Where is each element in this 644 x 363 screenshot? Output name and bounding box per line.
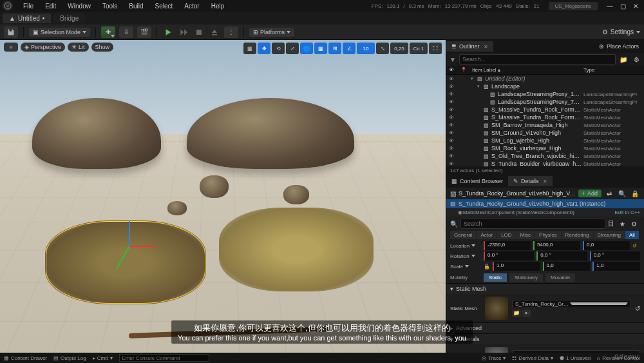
- scale-x[interactable]: 1,0: [493, 262, 540, 271]
- component-row[interactable]: ◉ StaticMeshComponent (StaticMeshCompone…: [446, 208, 644, 217]
- outliner-row[interactable]: 👁▾▨Untitled (Editor): [446, 75, 644, 83]
- category-all[interactable]: All: [625, 231, 639, 239]
- mobility-static[interactable]: Static: [484, 273, 507, 282]
- eject-button[interactable]: [209, 26, 220, 38]
- tab-bridge[interactable]: Bridge: [53, 14, 85, 23]
- select-tool-button[interactable]: ▦: [243, 43, 256, 54]
- minimize-button[interactable]: —: [604, 1, 616, 10]
- outliner-row[interactable]: 👁▨SM_Log_wjerbic_HighStaticMeshActor: [446, 137, 644, 144]
- menu-tools[interactable]: Tools: [97, 1, 122, 11]
- play-options-button[interactable]: ⋮: [224, 26, 238, 38]
- visibility-toggle[interactable]: 👁: [449, 84, 458, 90]
- visibility-column-icon[interactable]: 👁: [449, 67, 460, 73]
- edit-in-cpp-link[interactable]: Edit in C++: [614, 210, 640, 215]
- tab-content-browser[interactable]: ▦Content Browser: [446, 176, 508, 186]
- visibility-toggle[interactable]: 👁: [449, 123, 458, 128]
- unsaved-button[interactable]: ⬢ 1 Unsaved: [560, 355, 591, 361]
- close-icon[interactable]: ✕: [484, 44, 488, 50]
- angle-snap-button[interactable]: ∠: [343, 43, 355, 54]
- scale-lock-icon[interactable]: 🔓: [484, 264, 490, 270]
- angle-snap-value[interactable]: 10: [357, 43, 375, 54]
- rotation-x[interactable]: 0,0 °: [484, 251, 534, 260]
- visibility-toggle[interactable]: 👁: [449, 130, 458, 136]
- scale-snap-button[interactable]: ⤡: [376, 43, 389, 54]
- reset-location-button[interactable]: ↺: [632, 243, 640, 249]
- tab-place-actors[interactable]: ⊕Place Actors: [594, 41, 644, 52]
- visibility-toggle[interactable]: 👁: [449, 92, 458, 97]
- type-header[interactable]: Type: [583, 67, 641, 73]
- use-selected-icon[interactable]: ⇤: [522, 309, 531, 317]
- play-button[interactable]: [162, 26, 174, 38]
- filter-icon[interactable]: ▼: [449, 55, 457, 63]
- category-streaming[interactable]: Streaming: [594, 231, 625, 239]
- close-button[interactable]: ✕: [630, 1, 641, 10]
- rotate-tool-button[interactable]: ⟲: [272, 43, 285, 54]
- world-local-toggle[interactable]: 🌐: [300, 43, 313, 54]
- outliner-row[interactable]: 👁▨S_Tundra_Boulder_viurbeqaw_high_Var1St…: [446, 160, 644, 166]
- outliner-search-input[interactable]: [459, 54, 616, 64]
- mobility-movable[interactable]: Movable: [545, 273, 575, 282]
- scale-z[interactable]: 1,0: [592, 262, 640, 271]
- trace-button[interactable]: ◎ Trace ▾: [482, 355, 506, 361]
- location-y[interactable]: 5400,0: [533, 241, 580, 250]
- location-z[interactable]: 0,0: [583, 241, 630, 250]
- outliner-row[interactable]: 👁▨LandscapeStreamingProxy_7_7_0Landscape…: [446, 98, 644, 106]
- outliner-row[interactable]: 👁▨S_Old_Tree_Branch_wjuvbic_high_Var1Sta…: [446, 152, 644, 160]
- visibility-toggle[interactable]: 👁: [449, 99, 458, 105]
- lock-icon[interactable]: 🔒: [630, 190, 640, 197]
- add-content-button[interactable]: ✚: [101, 26, 115, 38]
- outliner-row[interactable]: 👁▨SM_Rock_viurbeqaw_HighStaticMeshActor: [446, 144, 644, 152]
- derived-data-button[interactable]: ☷ Derived Data ▾: [512, 355, 553, 361]
- rotation-y[interactable]: 0,0 °: [536, 251, 587, 260]
- unreal-logo-icon[interactable]: [3, 1, 13, 11]
- category-physics[interactable]: Physics: [535, 231, 561, 239]
- viewport-options-button[interactable]: ≡: [4, 43, 18, 52]
- viewport-show-button[interactable]: Show: [91, 43, 114, 52]
- expand-toggle[interactable]: ▾: [477, 84, 482, 89]
- add-component-button[interactable]: + Add: [578, 190, 601, 197]
- save-button[interactable]: [4, 26, 18, 38]
- outliner-row[interactable]: 👁▨S_Massive_Tundra_Rock_Formation_wcrmbi…: [446, 106, 644, 113]
- output-log-button[interactable]: ▤ Output Log: [53, 355, 86, 361]
- visibility-toggle[interactable]: 👁: [449, 138, 458, 144]
- settings-icon[interactable]: ⚙: [631, 56, 641, 63]
- reset-mesh-button[interactable]: ↺: [635, 305, 640, 312]
- scale-snap-value[interactable]: 0,25: [390, 43, 408, 54]
- outliner-row[interactable]: 👁▨SM_Ground_vi1veh0_HighStaticMeshActor: [446, 129, 644, 137]
- menu-help[interactable]: Help: [206, 1, 230, 11]
- category-rendering[interactable]: Rendering: [562, 231, 593, 239]
- scale-tool-button[interactable]: ⤢: [286, 43, 299, 54]
- mesh-thumbnail[interactable]: [485, 297, 508, 320]
- menu-select[interactable]: Select: [150, 1, 178, 11]
- browse-to-asset-icon[interactable]: 📁: [512, 309, 521, 317]
- selection-mode-button[interactable]: ▣ Selection Mode: [29, 28, 90, 37]
- maximize-button[interactable]: ▢: [617, 1, 629, 10]
- gizmo-z-axis[interactable]: [129, 221, 130, 246]
- menu-edit[interactable]: Edit: [40, 1, 61, 11]
- tab-outliner[interactable]: ≣Outliner✕: [446, 41, 493, 52]
- gizmo-x-axis[interactable]: [129, 246, 155, 247]
- visibility-toggle[interactable]: 👁: [449, 107, 458, 113]
- category-general[interactable]: General: [450, 231, 476, 239]
- visibility-toggle[interactable]: 👁: [449, 161, 458, 167]
- translate-tool-button[interactable]: ✥: [258, 43, 270, 54]
- maximize-viewport-button[interactable]: ⛶: [429, 43, 442, 54]
- pin-column-icon[interactable]: 📍: [460, 67, 472, 73]
- details-search-input[interactable]: [460, 219, 605, 229]
- actor-name[interactable]: S_Tundra_Rocky_Ground_vi1veh0_high_Var1: [459, 190, 576, 197]
- item-label-header[interactable]: Item Label ▴: [472, 67, 583, 73]
- cmd-dropdown[interactable]: ▸ Cmd ▾: [93, 355, 113, 361]
- material-thumbnail[interactable]: [485, 347, 508, 353]
- filter-icon[interactable]: ★: [620, 221, 629, 228]
- category-actor[interactable]: Actor: [477, 231, 497, 239]
- folder-icon[interactable]: 📁: [618, 56, 629, 63]
- static-mesh-header[interactable]: ▾ Static Mesh: [446, 284, 644, 294]
- close-icon[interactable]: ✕: [543, 179, 547, 184]
- marketplace-button[interactable]: ⇩: [119, 26, 133, 38]
- skip-button[interactable]: [178, 26, 189, 38]
- menu-actor[interactable]: Actor: [179, 1, 204, 11]
- menu-file[interactable]: File: [18, 1, 39, 11]
- menu-build[interactable]: Build: [124, 1, 148, 11]
- settings-button[interactable]: ⚙ Settings: [602, 28, 640, 35]
- search-icon[interactable]: 🔍: [617, 190, 627, 197]
